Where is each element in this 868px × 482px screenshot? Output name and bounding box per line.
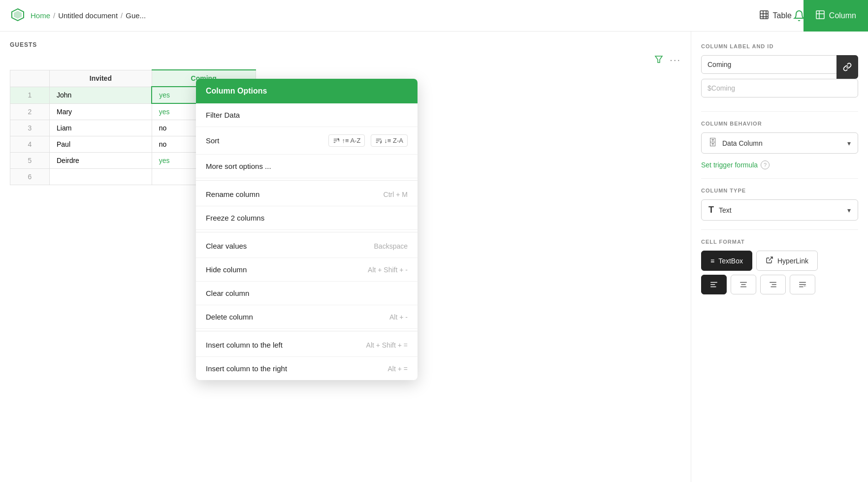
insert-col-left-shortcut: Alt + Shift + = <box>366 341 408 349</box>
insert-col-right-label: Insert column to the right <box>206 364 287 373</box>
more-sort-label: More sort options ... <box>206 162 271 170</box>
delete-column-label: Delete column <box>206 313 253 321</box>
clear-values-label: Clear values <box>206 242 247 250</box>
sort-za-button[interactable]: ↓≡ Z-A <box>371 134 408 147</box>
sort-label: Sort <box>206 136 220 145</box>
filter-data-label: Filter Data <box>206 111 240 119</box>
menu-item-filter-data[interactable]: Filter Data <box>196 103 418 127</box>
menu-divider-2 <box>196 232 418 232</box>
menu-item-clear-values[interactable]: Clear values Backspace <box>196 234 418 258</box>
hide-column-shortcut: Alt + Shift + - <box>368 266 408 274</box>
context-menu: Column Options Filter Data Sort ↑≡ A-Z <box>196 79 418 380</box>
menu-divider-1 <box>196 180 418 181</box>
sort-options: ↑≡ A-Z ↓≡ Z-A <box>328 134 408 147</box>
insert-col-right-shortcut: Alt + = <box>388 365 408 373</box>
clear-column-label: Clear column <box>206 289 249 297</box>
context-menu-header: Column Options <box>196 79 418 103</box>
rename-column-shortcut: Ctrl + M <box>384 191 408 198</box>
menu-item-hide-column[interactable]: Hide column Alt + Shift + - <box>196 258 418 282</box>
menu-item-more-sort[interactable]: More sort options ... <box>196 155 418 178</box>
sort-az-label: ↑≡ A-Z <box>342 137 360 144</box>
sort-za-label: ↓≡ Z-A <box>384 137 403 144</box>
menu-item-insert-col-right[interactable]: Insert column to the right Alt + = <box>196 357 418 380</box>
context-menu-overlay[interactable]: Column Options Filter Data Sort ↑≡ A-Z <box>0 0 868 482</box>
menu-divider-3 <box>196 331 418 331</box>
delete-column-shortcut: Alt + - <box>389 313 408 321</box>
menu-item-sort[interactable]: Sort ↑≡ A-Z ↓≡ Z-A <box>196 127 418 155</box>
menu-item-rename-column[interactable]: Rename column Ctrl + M <box>196 183 418 206</box>
menu-item-delete-column[interactable]: Delete column Alt + - <box>196 305 418 329</box>
hide-column-label: Hide column <box>206 265 247 274</box>
freeze-columns-label: Freeze 2 columns <box>206 214 264 222</box>
clear-values-shortcut: Backspace <box>374 242 408 250</box>
menu-item-clear-column[interactable]: Clear column <box>196 282 418 305</box>
insert-col-left-label: Insert column to the left <box>206 341 283 349</box>
menu-item-freeze-columns[interactable]: Freeze 2 columns <box>196 206 418 230</box>
rename-column-label: Rename column <box>206 190 259 198</box>
sort-az-button[interactable]: ↑≡ A-Z <box>328 134 365 147</box>
menu-item-insert-col-left[interactable]: Insert column to the left Alt + Shift + … <box>196 333 418 357</box>
